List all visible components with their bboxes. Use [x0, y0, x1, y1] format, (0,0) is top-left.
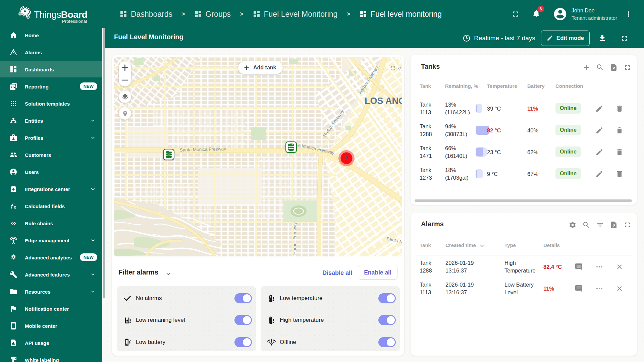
svg-text:Harbor Freeway: Harbor Freeway: [292, 222, 297, 255]
svg-text:2: 2: [345, 156, 348, 161]
svg-text:ThingsBoard: ThingsBoard: [34, 9, 87, 20]
svg-text:LOS ANGELES: LOS ANGELES: [365, 96, 402, 106]
svg-text:Professional: Professional: [62, 19, 87, 24]
